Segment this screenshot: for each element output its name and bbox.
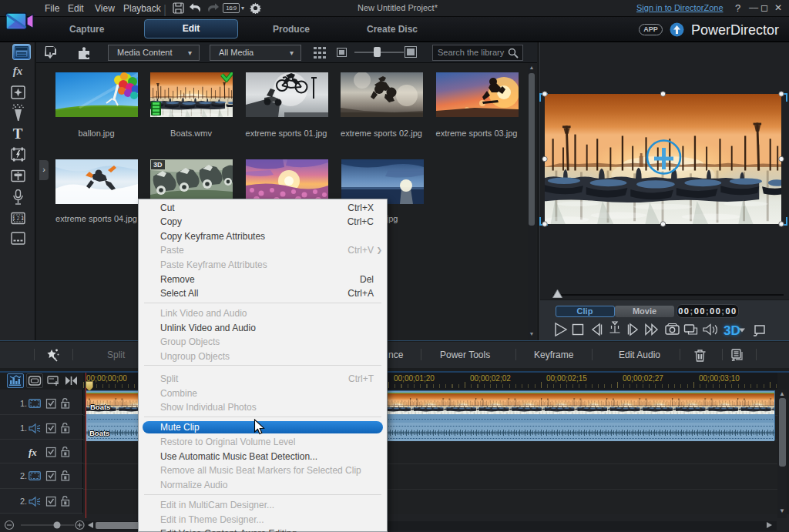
svg-text:1 2 3: 1 2 3 <box>12 216 24 221</box>
svg-text:3D: 3D <box>724 323 740 338</box>
